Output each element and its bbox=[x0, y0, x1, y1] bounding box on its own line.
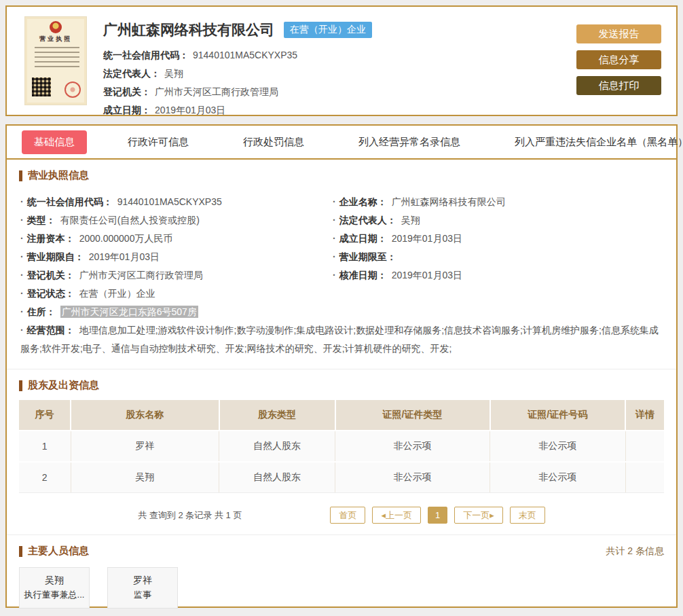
field-company-type: 类型：有限责任公司(自然人投资或控股) bbox=[20, 211, 326, 230]
records-summary: 共 查询到 2 条记录 共 1 页 bbox=[138, 509, 242, 522]
cell-index: 2 bbox=[19, 462, 71, 493]
field-legal-rep: 法定代表人：吴翔 bbox=[333, 211, 663, 230]
personnel-card[interactable]: 罗祥 监事 bbox=[107, 567, 178, 609]
pagination-first-button[interactable]: 首页 bbox=[330, 507, 365, 524]
field-credit-code: 统一社会信用代码：91440101MA5CKYXP35 bbox=[20, 193, 326, 211]
person-title: 监事 bbox=[111, 587, 174, 602]
cell-doc-number: 非公示项 bbox=[490, 462, 626, 493]
company-header-panel: 营业执照 广州虹森网络科技有限公司 在营（开业）企业 统一社会信用代码：9144… bbox=[5, 5, 678, 116]
field-registry-authority: 登记机关：广州市天河区工商行政管理局 bbox=[20, 266, 326, 285]
print-info-button[interactable]: 信息打印 bbox=[576, 76, 661, 95]
tab-admin-penalty[interactable]: 行政处罚信息 bbox=[216, 136, 331, 149]
tab-admin-license[interactable]: 行政许可信息 bbox=[100, 136, 216, 149]
pagination-page-1-button[interactable]: 1 bbox=[428, 507, 447, 524]
field-address: 住所：广州市天河区龙口东路6号507房 bbox=[20, 303, 663, 321]
shareholders-table: 序号 股东名称 股东类型 证照/证件类型 证照/证件号码 详情 1 罗祥 自然人… bbox=[19, 400, 664, 493]
personnel-card[interactable]: 吴翔 执行董事兼总... bbox=[19, 567, 90, 609]
license-text-line bbox=[35, 52, 79, 53]
section-title-license-info: 营业执照信息 bbox=[19, 169, 89, 182]
header-field-registry: 登记机关：广州市天河区工商行政管理局 bbox=[103, 83, 576, 101]
header-field-credit-code: 统一社会信用代码：91440101MA5CKYXP35 bbox=[103, 46, 576, 65]
cell-doc-type: 非公示项 bbox=[335, 431, 490, 462]
cell-doc-type: 非公示项 bbox=[335, 462, 490, 493]
shareholders-section: 股东及出资信息 序号 股东名称 股东类型 证照/证件类型 证照/证件号码 详情 … bbox=[7, 369, 676, 535]
tab-abnormal-list[interactable]: 列入经营异常名录信息 bbox=[331, 136, 487, 149]
pagination-next-button[interactable]: 下一页▸ bbox=[454, 507, 503, 524]
table-row: 1 罗祥 自然人股东 非公示项 非公示项 bbox=[19, 431, 664, 462]
license-text-line bbox=[35, 66, 79, 67]
red-seal-icon bbox=[64, 81, 81, 98]
col-header-detail: 详情 bbox=[625, 400, 664, 431]
personnel-section: 主要人员信息 共计 2 条信息 吴翔 执行董事兼总... 罗祥 监事 bbox=[7, 535, 676, 616]
share-info-button[interactable]: 信息分享 bbox=[576, 50, 661, 69]
person-name: 罗祥 bbox=[111, 573, 174, 587]
field-term-from: 营业期限自：2019年01月03日 bbox=[20, 248, 326, 266]
license-text-line bbox=[35, 56, 79, 58]
cell-index: 1 bbox=[19, 431, 71, 462]
cell-doc-number: 非公示项 bbox=[490, 431, 626, 462]
business-license-image: 营业执照 bbox=[24, 16, 87, 105]
address-highlighted-value: 广州市天河区龙口东路6号507房 bbox=[60, 306, 198, 318]
pagination-last-button[interactable]: 末页 bbox=[510, 507, 545, 524]
cell-detail bbox=[625, 462, 664, 493]
national-emblem-icon bbox=[50, 21, 62, 33]
header-field-founded-date: 成立日期：2019年01月03日 bbox=[103, 101, 576, 120]
col-header-shareholder-type: 股东类型 bbox=[219, 400, 335, 431]
pagination: 首页 ◂上一页 1 下一页▸ 末页 bbox=[330, 507, 544, 524]
header-field-legal-rep: 法定代表人：吴翔 bbox=[103, 65, 576, 83]
send-report-button[interactable]: 发送报告 bbox=[576, 24, 661, 43]
cell-shareholder-name: 罗祥 bbox=[71, 431, 219, 462]
person-title: 执行董事兼总... bbox=[22, 587, 86, 602]
cell-shareholder-type: 自然人股东 bbox=[219, 462, 335, 493]
field-registered-capital: 注册资本：2000.000000万人民币 bbox=[20, 230, 326, 248]
tab-bar: 基础信息 行政许可信息 行政处罚信息 列入经营异常名录信息 列入严重违法失信企业… bbox=[7, 126, 676, 160]
tab-blacklist[interactable]: 列入严重违法失信企业名单（黑名单）信息 bbox=[487, 136, 683, 149]
cell-shareholder-type: 自然人股东 bbox=[219, 431, 335, 462]
field-business-scope: 经营范围：地理信息加工处理;游戏软件设计制作;数字动漫制作;集成电路设计;数据处… bbox=[20, 321, 663, 358]
section-title-shareholders: 股东及出资信息 bbox=[19, 379, 99, 392]
col-header-doc-type: 证照/证件类型 bbox=[335, 400, 490, 431]
license-info-section: 营业执照信息 统一社会信用代码：91440101MA5CKYXP35 企业名称：… bbox=[7, 160, 676, 369]
field-founded-date: 成立日期：2019年01月03日 bbox=[333, 230, 663, 248]
status-badge: 在营（开业）企业 bbox=[284, 22, 372, 38]
col-header-doc-number: 证照/证件号码 bbox=[490, 400, 626, 431]
col-header-index: 序号 bbox=[19, 400, 71, 431]
field-approval-date: 核准日期：2019年01月03日 bbox=[333, 266, 663, 285]
page-title-company-name: 广州虹森网络科技有限公司 bbox=[103, 20, 274, 39]
pagination-prev-button[interactable]: ◂上一页 bbox=[372, 507, 421, 524]
license-text-line bbox=[35, 47, 79, 48]
qr-code-icon bbox=[32, 77, 51, 96]
field-registration-status: 登记状态：在营（开业）企业 bbox=[20, 285, 663, 303]
tab-basic-info[interactable]: 基础信息 bbox=[22, 130, 87, 154]
detail-panel: 基础信息 行政许可信息 行政处罚信息 列入经营异常名录信息 列入严重违法失信企业… bbox=[5, 124, 678, 608]
field-term-to: 营业期限至： bbox=[333, 248, 663, 266]
person-name: 吴翔 bbox=[22, 573, 86, 587]
personnel-count: 共计 2 条信息 bbox=[606, 545, 664, 558]
license-text-line bbox=[35, 61, 79, 62]
table-row: 2 吴翔 自然人股东 非公示项 非公示项 bbox=[19, 462, 664, 493]
field-company-name: 企业名称：广州虹森网络科技有限公司 bbox=[333, 193, 663, 211]
cell-shareholder-name: 吴翔 bbox=[71, 462, 219, 493]
section-title-personnel: 主要人员信息 bbox=[19, 545, 89, 558]
license-image-title: 营业执照 bbox=[25, 35, 86, 43]
cell-detail bbox=[625, 431, 664, 462]
col-header-shareholder-name: 股东名称 bbox=[71, 400, 219, 431]
table-header-row: 序号 股东名称 股东类型 证照/证件类型 证照/证件号码 详情 bbox=[19, 400, 664, 431]
